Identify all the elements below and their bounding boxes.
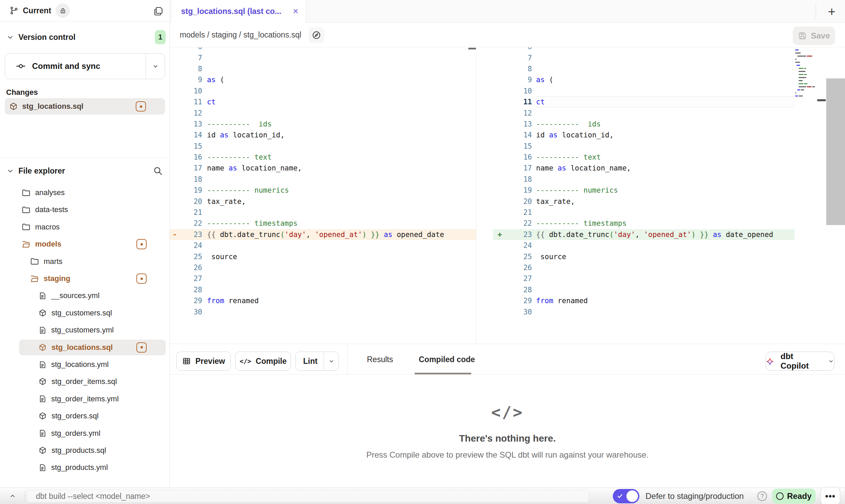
code-text [207, 273, 476, 284]
original-code-line-23[interactable]: -23{{ dbt.date_trunc('day', 'opened_at')… [170, 229, 476, 240]
save-button[interactable]: Save [793, 27, 835, 45]
modified-code-line-17[interactable]: 17name as location_name, [493, 163, 795, 174]
original-code-line-22[interactable]: 22---------- timestamps [170, 218, 476, 229]
file-tree-item-stg-locations-yml[interactable]: stg_locations.yml [0, 356, 170, 373]
original-code-line-27[interactable]: 27 [170, 273, 476, 284]
modified-code-line-10[interactable]: 10 [493, 86, 795, 97]
explore-lineage-button[interactable] [309, 27, 324, 43]
original-code-line-14[interactable]: 14id as location_id, [170, 130, 476, 140]
modified-code-line-25[interactable]: 25 source [493, 251, 795, 262]
tab-compiled-code[interactable]: Compiled code [419, 344, 475, 375]
search-icon[interactable] [153, 166, 163, 176]
minimap[interactable] [795, 48, 818, 114]
original-code-line-10[interactable]: 10 [170, 86, 476, 97]
modified-code-line-9[interactable]: 9as ( [493, 74, 795, 85]
modified-code-line-7[interactable]: 7 [493, 52, 795, 63]
dbt-copilot-button[interactable]: dbt Copilot [766, 352, 834, 371]
modified-code-line-16[interactable]: 16---------- text [493, 152, 795, 163]
file-tree-item-stg-customers-yml[interactable]: stg_customers.yml [0, 322, 170, 339]
expand-command-panel-button[interactable] [5, 488, 20, 504]
file-tree-item-stg-order-items-sql[interactable]: stg_order_items.sql [0, 373, 170, 390]
modified-code-line-12[interactable]: 12 [493, 107, 795, 118]
file-tree-item-stg-orders-yml[interactable]: stg_orders.yml [0, 425, 170, 442]
original-code-line-6[interactable]: 6 [170, 47, 476, 52]
modified-code-line-13[interactable]: 13---------- ids [493, 119, 795, 130]
original-code-line-9[interactable]: 9as ( [170, 74, 476, 85]
original-code-line-25[interactable]: 25 source [170, 251, 476, 262]
original-code-line-21[interactable]: 21 [170, 207, 476, 218]
breadcrumb[interactable]: models / staging / stg_locations.sql [180, 23, 301, 47]
modified-code-line-6[interactable]: 6 [493, 47, 795, 52]
help-icon[interactable]: ? [757, 491, 767, 501]
modified-code-line-22[interactable]: 22---------- timestamps [493, 218, 795, 229]
commit-and-sync-button[interactable]: Commit and sync [5, 53, 165, 79]
original-code-line-29[interactable]: 29from renamed [170, 295, 476, 306]
original-code-line-28[interactable]: 28 [170, 284, 476, 295]
file-tree-item-models[interactable]: models [0, 236, 170, 253]
copy-files-button[interactable] [152, 4, 165, 17]
compile-button[interactable]: </> Compile [235, 352, 291, 371]
file-tree-item-data-tests[interactable]: data-tests [0, 201, 170, 218]
original-code-line-15[interactable]: 15 [170, 141, 476, 152]
folder-open-icon [21, 240, 31, 249]
modified-code-line-21[interactable]: 21 [493, 207, 795, 218]
tab-results[interactable]: Results [367, 344, 393, 375]
file-tree-item-stg-locations-sql[interactable]: stg_locations.sql [0, 339, 170, 356]
modified-code-line-18[interactable]: 18 [493, 174, 795, 185]
file-tree-item-staging[interactable]: staging [0, 270, 170, 287]
file-tree-item-stg-customers-sql[interactable]: stg_customers.sql [0, 305, 170, 322]
left-pane-scrollbar-thumb[interactable] [468, 48, 476, 49]
modified-code-line-28[interactable]: 28 [493, 284, 795, 295]
original-code-line-16[interactable]: 16---------- text [170, 152, 476, 163]
modified-code-line-29[interactable]: 29from renamed [493, 295, 795, 306]
modified-code-line-23[interactable]: +23{{ dbt.date_trunc('day', 'opened_at')… [493, 229, 795, 240]
original-code-line-20[interactable]: 20tax_rate, [170, 196, 476, 207]
defer-toggle[interactable] [613, 489, 639, 503]
original-code-line-19[interactable]: 19---------- numerics [170, 185, 476, 196]
minimap-slider[interactable] [817, 99, 826, 101]
modified-code-line-20[interactable]: 20tax_rate, [493, 196, 795, 207]
modified-code-line-24[interactable]: 24 [493, 240, 795, 251]
command-input[interactable]: dbt build --select <model_name> [27, 490, 589, 503]
file-tree-item-stg-products-yml[interactable]: stg_products.yml [0, 459, 170, 476]
file-tree-item-analyses[interactable]: analyses [0, 184, 170, 201]
original-code-line-13[interactable]: 13---------- ids [170, 119, 476, 130]
modified-code-line-8[interactable]: 8 [493, 63, 795, 74]
modified-code-line-11[interactable]: 11ct [493, 97, 795, 107]
new-tab-button[interactable]: + [824, 4, 840, 19]
file-tree-item--sources-yml[interactable]: __sources.yml [0, 287, 170, 304]
diff-pane-original[interactable]: 6789as (1011ct1213---------- ids14id as … [170, 47, 476, 344]
line-number: 27 [503, 275, 532, 283]
original-code-line-30[interactable]: 30 [170, 306, 476, 317]
original-code-line-11[interactable]: 11ct [170, 97, 476, 107]
file-tree-item-stg-order-items-yml[interactable]: stg_order_items.yml [0, 390, 170, 407]
original-code-line-7[interactable]: 7 [170, 52, 476, 63]
original-code-line-8[interactable]: 8 [170, 63, 476, 74]
file-tree-item-marts[interactable]: marts [0, 253, 170, 270]
editor-scrollbar-thumb[interactable] [826, 78, 845, 225]
modified-code-line-30[interactable]: 30 [493, 306, 795, 317]
changed-file-row[interactable]: stg_locations.sql [5, 98, 165, 115]
modified-code-line-27[interactable]: 27 [493, 273, 795, 284]
version-control-section-header[interactable]: Version control 1 [7, 30, 163, 44]
modified-code-line-14[interactable]: 14id as location_id, [493, 130, 795, 140]
diff-pane-modified[interactable]: 6789as (1011ct1213---------- ids14id as … [493, 47, 795, 344]
original-code-line-17[interactable]: 17name as location_name, [170, 163, 476, 174]
more-options-button[interactable]: ••• [820, 487, 840, 504]
original-code-line-18[interactable]: 18 [170, 174, 476, 185]
original-code-line-24[interactable]: 24 [170, 240, 476, 251]
tab-stg-locations[interactable]: stg_locations.sql (last co... × [171, 0, 306, 23]
file-tree-item-stg-orders-sql[interactable]: stg_orders.sql [0, 407, 170, 425]
original-code-line-26[interactable]: 26 [170, 262, 476, 273]
file-tree-item-stg-products-sql[interactable]: stg_products.sql [0, 442, 170, 459]
lint-options-dropdown[interactable] [324, 352, 339, 370]
close-icon[interactable]: × [293, 6, 298, 16]
file-tree-item-macros[interactable]: macros [0, 219, 170, 236]
lint-button[interactable]: Lint [296, 352, 324, 370]
modified-code-line-15[interactable]: 15 [493, 141, 795, 152]
preview-button[interactable]: Preview [176, 352, 231, 371]
modified-code-line-26[interactable]: 26 [493, 262, 795, 273]
original-code-line-12[interactable]: 12 [170, 107, 476, 118]
modified-code-line-19[interactable]: 19---------- numerics [493, 185, 795, 196]
commit-options-dropdown[interactable] [146, 54, 165, 79]
